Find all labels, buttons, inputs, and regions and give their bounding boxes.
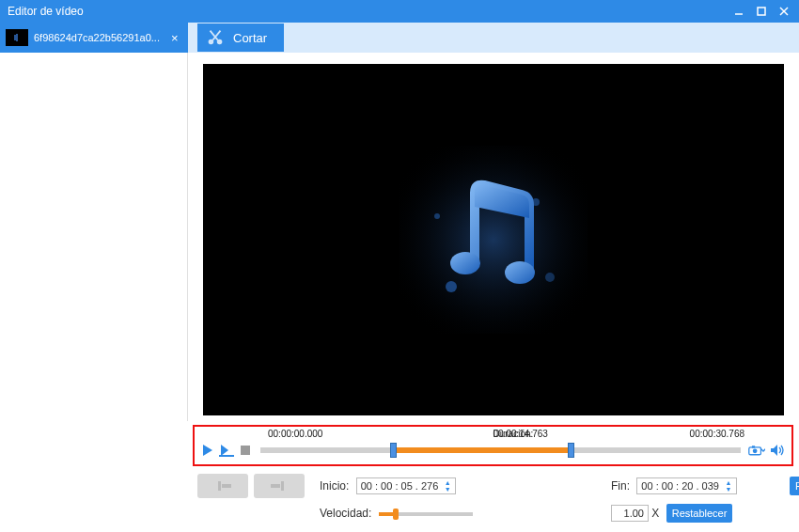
fin-input[interactable]: 00 : 00 : 20 . 039▲▼ [636,477,737,494]
timeline-panel: 00:00:00.000 Duración: 00:00:14.763 00:0… [193,425,793,466]
svg-rect-17 [218,481,221,491]
svg-rect-6 [400,146,588,334]
play-range-button[interactable] [219,443,234,458]
timeline-selection [390,447,568,453]
time-start-label: 00:00:00.000 [268,429,322,439]
inicio-group: Inicio: 00 : 00 : 05 . 276▲▼ [320,477,602,494]
top-bar: 6f98624d7ca22b56291a0... × Cortar [0,23,799,53]
svg-point-9 [545,273,555,282]
file-thumbnail [6,29,28,46]
velocidad-group: Velocidad: [320,507,602,520]
stop-button[interactable] [238,443,253,458]
inicio-input[interactable]: 00 : 00 : 05 . 276▲▼ [356,477,457,494]
preview-wrap [188,53,799,421]
svg-point-10 [434,213,440,219]
svg-point-7 [446,281,457,292]
svg-rect-1 [758,8,765,15]
timeline-slider[interactable] [260,447,741,453]
window-titlebar: Editor de vídeo [0,0,799,23]
sidebar [0,53,188,421]
set-end-button[interactable] [254,474,305,498]
velocidad-label: Velocidad: [320,507,375,520]
timeline-controls [200,442,786,459]
close-button[interactable] [773,2,795,21]
set-start-button[interactable] [197,474,248,498]
volume-button[interactable] [769,442,786,459]
speed-knob[interactable] [393,509,399,520]
reset-trim-button[interactable]: Restablecer [790,477,799,495]
fin-label: Fin: [611,479,634,493]
svg-rect-16 [752,446,755,447]
snapshot-button[interactable] [748,442,765,459]
spin-up-icon[interactable]: ▲ [441,479,454,486]
svg-point-15 [753,448,758,453]
speed-value-input[interactable]: 1.00 [611,505,649,522]
file-tab[interactable]: 6f98624d7ca22b56291a0... × [0,23,188,53]
svg-rect-18 [222,484,231,488]
main-area [0,53,799,421]
footer: RENE.E Laboratory Aplicar a todo OK Canc… [0,526,799,532]
play-button[interactable] [200,443,215,458]
reset-speed-button[interactable]: Restablecer [666,504,733,523]
inicio-label: Inicio: [320,479,352,493]
file-close-button[interactable]: × [171,31,182,45]
bracket-buttons [197,474,310,498]
svg-rect-19 [271,484,280,488]
file-name-label: 6f98624d7ca22b56291a0... [34,32,165,43]
time-end-label: 00:00:30.768 [690,429,744,439]
window-title: Editor de vídeo [8,5,728,18]
tab-cut-label: Cortar [233,31,267,45]
trim-handle-end[interactable] [568,443,574,458]
tool-tabs: Cortar [188,23,293,53]
video-preview[interactable] [203,64,784,415]
speed-unit-label: X [651,507,659,520]
speed-value-group: 1.00 X Restablecer [611,504,780,523]
svg-rect-20 [281,481,284,491]
music-note-icon [400,146,588,334]
trim-controls: Inicio: 00 : 00 : 05 . 276▲▼ Fin: 00 : 0… [0,466,799,526]
svg-point-11 [450,252,480,274]
tab-cut[interactable]: Cortar [197,23,284,52]
scissors-icon [205,27,226,48]
maximize-button[interactable] [750,2,773,21]
trim-handle-start[interactable] [390,443,397,458]
spin-down-icon[interactable]: ▼ [441,486,454,493]
spin-up-icon[interactable]: ▲ [722,479,735,486]
time-labels: 00:00:00.000 Duración: 00:00:14.763 00:0… [200,429,786,442]
fin-group: Fin: 00 : 00 : 20 . 039▲▼ [611,477,780,494]
svg-point-12 [505,261,535,284]
minimize-button[interactable] [728,2,750,21]
svg-rect-13 [241,446,250,455]
speed-slider[interactable] [379,512,473,516]
spin-down-icon[interactable]: ▼ [722,486,735,493]
